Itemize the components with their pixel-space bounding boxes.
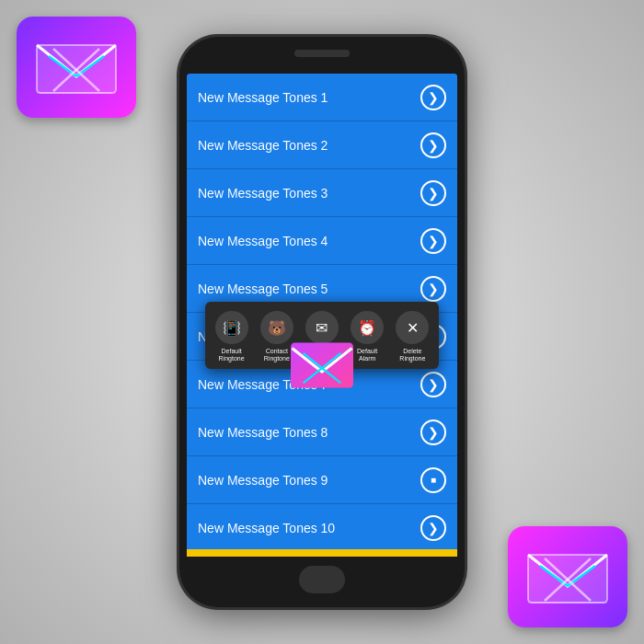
context-item-contact-ringtone[interactable]: 🐻Contact Ringtone (259, 311, 295, 363)
contact-ringtone-icon: 🐻 (260, 311, 293, 344)
list-item-label-5: New Message Tones 5 (198, 282, 328, 296)
list-item-9[interactable]: New Message Tones 9■ (187, 456, 457, 504)
list-item-label-10: New Message Tones 10 (198, 521, 335, 535)
overlay-logo (291, 342, 353, 388)
default-notification-icon: ✉ (305, 311, 339, 344)
default-ringtone-icon: 📳 (215, 311, 248, 344)
default-ringtone-label: Default Ringtone (219, 348, 245, 363)
phone-screen: New Message Tones 1❯New Message Tones 2❯… (187, 74, 457, 557)
svg-rect-13 (291, 342, 353, 387)
app-icon-bottomright (508, 526, 627, 627)
context-item-default-ringtone[interactable]: 📳Default Ringtone (213, 311, 250, 363)
delete-ringtone-icon: ✕ (396, 311, 429, 344)
chevron-button-3[interactable]: ❯ (420, 180, 446, 206)
context-item-default-alarm[interactable]: ⏰Default Alarm (349, 311, 385, 363)
context-item-delete-ringtone[interactable]: ✕Delete Ringtone (394, 311, 431, 363)
contact-ringtone-label: Contact Ringtone (264, 348, 290, 363)
list-item-10[interactable]: New Message Tones 10❯ (187, 504, 457, 552)
app-icon-topleft (17, 17, 136, 118)
chevron-button-4[interactable]: ❯ (420, 228, 446, 254)
chevron-button-2[interactable]: ❯ (420, 132, 446, 158)
list-item-label-9: New Message Tones 9 (198, 473, 328, 488)
chevron-button-8[interactable]: ❯ (420, 420, 446, 445)
list-item-label-8: New Message Tones 8 (198, 425, 328, 440)
chevron-button-10[interactable]: ❯ (420, 515, 446, 541)
chevron-button-5[interactable]: ❯ (420, 276, 446, 302)
chevron-button-1[interactable]: ❯ (420, 85, 446, 110)
list-item-1[interactable]: New Message Tones 1❯ (187, 74, 457, 121)
progress-bar (187, 549, 457, 557)
phone-device: New Message Tones 1❯New Message Tones 2❯… (179, 37, 465, 607)
list-item-label-4: New Message Tones 4 (198, 234, 328, 248)
list-item-label-1: New Message Tones 1 (198, 90, 328, 105)
stop-button-9[interactable]: ■ (420, 467, 446, 493)
default-alarm-icon: ⏰ (351, 311, 384, 344)
default-alarm-label: Default Alarm (357, 348, 377, 363)
delete-ringtone-label: Delete Ringtone (399, 348, 425, 363)
list-item-2[interactable]: New Message Tones 2❯ (187, 121, 457, 169)
chevron-button-7[interactable]: ❯ (420, 372, 446, 397)
list-item-4[interactable]: New Message Tones 4❯ (187, 217, 457, 265)
list-item-label-3: New Message Tones 3 (198, 186, 328, 201)
home-button[interactable] (299, 566, 345, 593)
list-item-label-2: New Message Tones 2 (198, 138, 328, 153)
list-item-3[interactable]: New Message Tones 3❯ (187, 169, 457, 217)
list-item-8[interactable]: New Message Tones 8❯ (187, 408, 457, 456)
